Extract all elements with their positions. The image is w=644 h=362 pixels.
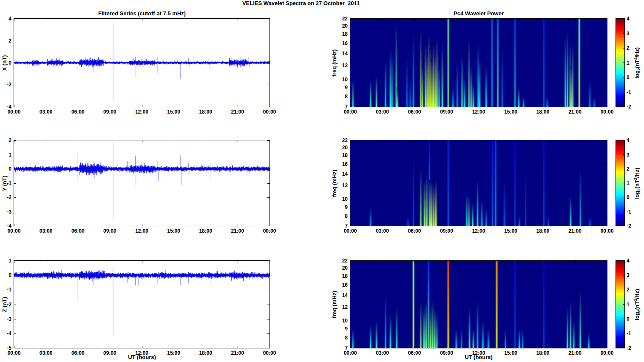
colorbar-unit-part: /Hz) (634, 289, 640, 299)
x-tick-label: 15:00 (162, 228, 186, 234)
y-tick-label: -2 (0, 82, 11, 88)
x-filtered-series-ylabel: X (nT) (1, 55, 8, 71)
y-tick-label: -2 (0, 194, 11, 200)
colorbar-unit-part: 2 (633, 178, 638, 180)
y-tick-label: -1 (0, 287, 11, 293)
x-tick-label: 18:00 (194, 228, 218, 234)
freq-tick-label: 16 (331, 282, 348, 288)
x-tick-label: 06:00 (66, 228, 90, 234)
freq-tick-label: 22 (331, 137, 348, 143)
x-tick-label: 21:00 (226, 228, 250, 234)
colorbar-unit-part: (nT (634, 60, 640, 68)
x-tick-label: 00:00 (2, 109, 26, 115)
colorbar-unit-part: log (634, 312, 640, 320)
x-tick-label: 18:00 (194, 109, 218, 115)
x-filtered-series-panel (14, 18, 270, 107)
colorbar-unit-label: log2(nT2/Hz) (633, 289, 641, 320)
x-tick-label: 03:00 (371, 109, 394, 115)
y-tick-label: 1 (0, 258, 11, 264)
x-tick-label: 12:00 (467, 228, 491, 234)
freq-tick-label: 16 (331, 40, 348, 46)
x-tick-label: 09:00 (435, 109, 459, 115)
x-tick-label: 21:00 (563, 228, 587, 234)
x-tick-label: 09:00 (98, 228, 122, 234)
freq-tick-label: 10 (331, 196, 348, 202)
x-tick-label: 03:00 (34, 350, 58, 356)
x-tick-label: 15:00 (162, 109, 186, 115)
freq-tick-label: 16 (331, 161, 348, 167)
freq-tick-label: 9 (331, 204, 348, 210)
freq-tick-label: 9 (331, 85, 348, 91)
freq-tick-label: 8 (331, 213, 348, 219)
freq-tick-label: 8 (331, 94, 348, 100)
colorbar-unit-part: 2 (633, 57, 638, 60)
x-tick-label: 00:00 (258, 109, 281, 115)
z-filtered-series-ylabel: Z (nT) (1, 296, 8, 312)
z-wavelet-power-panel (350, 260, 607, 348)
x-tick-label: 00:00 (338, 350, 362, 356)
x-tick-label: 09:00 (435, 228, 459, 234)
colorbar-tick-label: 3 (627, 152, 639, 158)
x-tick-label: 18:00 (531, 350, 555, 356)
figure-title: VELIES Wavelet Spectra on 27 October 201… (242, 0, 360, 6)
freq-tick-label: 18 (331, 31, 348, 37)
freq-tick-label: 10 (331, 77, 348, 83)
freq-tick-label: 20 (331, 23, 348, 29)
colorbar-unit-label: log2(nT2/Hz) (633, 168, 641, 199)
y-filtered-series-canvas (14, 140, 270, 226)
x-tick-label: 06:00 (403, 350, 426, 356)
colorbar-tick-label: -2 (627, 104, 639, 110)
freq-tick-label: 18 (331, 152, 348, 158)
x-wavelet-power-colorbar (616, 18, 625, 107)
y-wavelet-power-ylabel: freq (mHz) (331, 169, 338, 197)
colorbar-unit-part: (nT (634, 301, 640, 310)
x-tick-label: 09:00 (98, 109, 122, 115)
x-tick-label: 09:00 (98, 350, 122, 356)
x-filtered-series-canvas (14, 19, 270, 107)
freq-tick-label: 10 (331, 318, 348, 324)
freq-tick-label: 22 (331, 258, 348, 264)
x-tick-label: 21:00 (563, 350, 587, 356)
colorbar-tick-label: 4 (627, 137, 639, 143)
x-tick-label: 15:00 (162, 350, 186, 356)
colorbar-gradient (616, 140, 624, 226)
x-tick-label: 06:00 (403, 228, 426, 234)
x-tick-label: 12:00 (130, 350, 154, 356)
x-tick-label: 03:00 (34, 228, 58, 234)
x-tick-label: 12:00 (130, 109, 154, 115)
colorbar-unit-label: log2(nT2/Hz) (633, 47, 641, 79)
freq-tick-label: 8 (331, 335, 348, 341)
colorbar-unit-part: 2 (633, 299, 638, 301)
x-tick-label: 00:00 (258, 228, 281, 234)
x-tick-label: 06:00 (403, 109, 426, 115)
x-tick-label: 00:00 (2, 350, 26, 356)
y-tick-label: 2 (0, 38, 11, 44)
x-tick-label: 03:00 (371, 228, 394, 234)
x-tick-label: 00:00 (595, 228, 619, 234)
colorbar-unit-part: log (634, 70, 640, 79)
z-filtered-series-panel (14, 260, 270, 348)
freq-tick-label: 18 (331, 273, 348, 279)
x-tick-label: 18:00 (194, 350, 218, 356)
x-tick-label: 00:00 (595, 350, 619, 356)
x-tick-label: 09:00 (435, 350, 459, 356)
x-tick-label: 06:00 (66, 109, 90, 115)
y-tick-label: -3 (0, 316, 11, 322)
x-tick-label: 18:00 (531, 228, 555, 234)
x-tick-label: 12:00 (130, 228, 154, 234)
colorbar-tick-label: -2 (627, 223, 639, 229)
colorbar-unit-part: (nT (634, 180, 640, 188)
x-tick-label: 15:00 (499, 350, 523, 356)
x-tick-label: 21:00 (563, 109, 587, 115)
z-wavelet-power-colorbar (616, 260, 625, 348)
colorbar-gradient (616, 261, 624, 348)
colorbar-unit-part: 2 (637, 68, 641, 70)
x-tick-label: 00:00 (2, 228, 26, 234)
colorbar-tick-label: -1 (627, 89, 639, 95)
colorbar-tick-label: -1 (627, 331, 639, 336)
y-tick-label: -4 (0, 331, 11, 336)
z-filtered-series-canvas (14, 261, 270, 348)
z-wavelet-power-ylabel: freq (mHz) (331, 291, 338, 318)
y-wavelet-power-canvas (350, 140, 607, 226)
colorbar-tick-label: 3 (627, 272, 639, 278)
